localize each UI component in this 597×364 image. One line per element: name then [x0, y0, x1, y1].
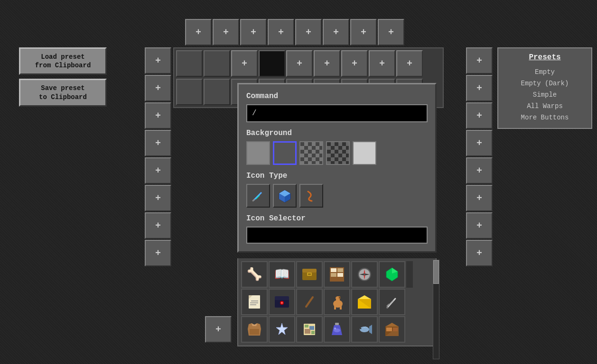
left-plus-1[interactable]: +	[145, 47, 171, 74]
right-plus-5[interactable]: +	[466, 157, 493, 184]
presets-panel: Presets Empty Empty (Dark) Simple All Wa…	[497, 47, 592, 129]
grid-plus-3[interactable]: +	[314, 50, 340, 77]
preset-empty[interactable]: Empty	[504, 66, 586, 78]
svg-rect-13	[337, 268, 343, 272]
scrollbar-thumb[interactable]	[433, 260, 439, 284]
icon-bookshelf[interactable]	[324, 261, 350, 288]
icon-ender-chest[interactable]	[269, 289, 295, 315]
svg-rect-39	[340, 306, 342, 309]
bg-swatch-checker1[interactable]	[299, 141, 323, 165]
right-plus-1[interactable]: +	[466, 47, 493, 74]
left-plus-7[interactable]: +	[145, 212, 171, 239]
icon-chest[interactable]	[296, 261, 323, 288]
save-preset-button[interactable]: Save presetto Clipboard	[19, 79, 107, 106]
background-label: Background	[246, 129, 428, 137]
grid-cell-active	[259, 50, 285, 77]
top-plus-btn-5[interactable]: +	[295, 19, 322, 46]
presets-title: Presets	[504, 53, 586, 62]
grid-plus-2[interactable]: +	[286, 50, 313, 77]
grid-plus-4[interactable]: +	[341, 50, 368, 77]
icon-type-block[interactable]	[273, 184, 297, 208]
top-plus-btn-3[interactable]: +	[240, 19, 267, 46]
svg-rect-64	[386, 328, 392, 331]
svg-point-47	[386, 307, 388, 309]
right-plus-3[interactable]: +	[466, 102, 493, 129]
icon-scrollbar[interactable]	[433, 260, 439, 359]
svg-rect-38	[334, 306, 336, 309]
icon-chestplate[interactable]	[241, 316, 268, 343]
icon-type-string[interactable]	[299, 184, 323, 208]
icon-scrollbar-placeholder	[406, 261, 413, 288]
bg-swatch-checker2[interactable]	[326, 141, 350, 165]
top-plus-btn-1[interactable]: +	[185, 19, 212, 46]
icon-gold-block[interactable]	[351, 289, 378, 315]
right-plus-8[interactable]: +	[466, 240, 493, 266]
icon-type-row	[246, 184, 428, 208]
preset-simple[interactable]: Simple	[504, 89, 586, 100]
svg-point-21	[364, 273, 365, 275]
icon-grid: 🦴 📖	[237, 258, 437, 346]
right-plus-4[interactable]: +	[466, 130, 493, 156]
preset-more-buttons[interactable]: More Buttons	[504, 112, 586, 123]
grid-cell-r2-1	[176, 79, 203, 105]
icon-crafting-table[interactable]	[379, 316, 405, 343]
bg-swatch-light[interactable]	[353, 141, 376, 165]
svg-point-32	[281, 302, 283, 304]
right-plus-6[interactable]: +	[466, 185, 493, 211]
left-plus-3[interactable]: +	[145, 102, 171, 129]
icon-map[interactable]	[296, 316, 323, 343]
svg-rect-65	[393, 328, 398, 331]
icon-fish[interactable]	[351, 316, 378, 343]
grid-cell-1	[176, 50, 203, 77]
icon-selector-input[interactable]	[246, 227, 428, 244]
grid-cell-r2-2	[204, 79, 230, 105]
left-plus-4[interactable]: +	[145, 130, 171, 156]
icon-star[interactable]	[269, 316, 295, 343]
grid-cell-2	[204, 50, 230, 77]
icon-book[interactable]: 📖	[269, 261, 295, 288]
svg-rect-48	[250, 329, 259, 335]
icon-potion[interactable]	[324, 316, 350, 343]
svg-rect-8	[302, 269, 317, 273]
icon-type-sword[interactable]	[246, 184, 270, 208]
bottom-plus-1[interactable]: +	[205, 316, 232, 343]
icon-selector-label: Icon Selector	[246, 214, 428, 223]
icon-horse[interactable]	[324, 289, 350, 315]
preset-empty-dark[interactable]: Empty (Dark)	[504, 78, 586, 89]
grid-plus-5[interactable]: +	[369, 50, 395, 77]
bg-swatch-gray[interactable]	[246, 141, 270, 165]
svg-line-33	[306, 297, 313, 307]
top-plus-btn-8[interactable]: +	[378, 19, 404, 46]
preset-all-warps[interactable]: All Warps	[504, 100, 586, 112]
svg-point-57	[334, 328, 336, 329]
right-plus-col: + + + + + + + +	[466, 47, 493, 266]
svg-rect-54	[311, 331, 315, 334]
icon-sword-item[interactable]	[379, 289, 405, 315]
svg-point-40	[339, 297, 340, 298]
icon-stick[interactable]	[296, 289, 323, 315]
grid-plus-6[interactable]: +	[396, 50, 423, 77]
right-plus-2[interactable]: +	[466, 75, 493, 101]
top-plus-btn-7[interactable]: +	[350, 19, 377, 46]
right-plus-7[interactable]: +	[466, 212, 493, 239]
svg-rect-30	[275, 296, 289, 300]
svg-rect-15	[337, 273, 343, 277]
icon-bone[interactable]: 🦴	[241, 261, 268, 288]
left-plus-5[interactable]: +	[145, 157, 171, 184]
top-plus-btn-6[interactable]: +	[323, 19, 349, 46]
load-preset-button[interactable]: Load presetfrom Clipboard	[19, 47, 107, 75]
command-input[interactable]	[246, 104, 428, 122]
grid-plus-1[interactable]: +	[231, 50, 258, 77]
icon-paper[interactable]	[241, 289, 268, 315]
top-plus-btn-2[interactable]: +	[213, 19, 239, 46]
icon-compass[interactable]	[351, 261, 378, 288]
dialog-panel: Command Background Icon Type	[237, 83, 437, 253]
svg-point-58	[360, 327, 369, 332]
left-plus-2[interactable]: +	[145, 75, 171, 101]
left-plus-6[interactable]: +	[145, 185, 171, 211]
bg-swatch-darkgray[interactable]	[273, 141, 297, 165]
top-plus-btn-4[interactable]: +	[268, 19, 294, 46]
svg-marker-62	[385, 323, 399, 327]
left-plus-8[interactable]: +	[145, 240, 171, 266]
icon-emerald[interactable]	[379, 261, 405, 288]
